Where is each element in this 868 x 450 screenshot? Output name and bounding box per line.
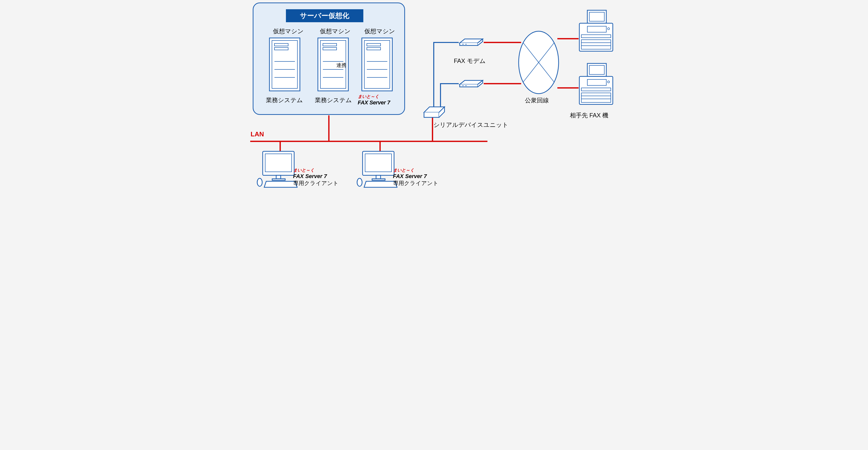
product-tag: まいと～く bbox=[393, 167, 448, 173]
vm-label-3: 仮想マシン bbox=[360, 27, 400, 35]
client-subtitle: 専用クライアント bbox=[393, 180, 448, 187]
fax-machine-icon bbox=[577, 9, 615, 54]
svg-rect-65 bbox=[376, 175, 380, 179]
diagram-canvas: サーバー仮想化 仮想マシン 仮想マシン 仮想マシン 連携 業務システム 業務シス… bbox=[245, 0, 623, 196]
product-name: FAX Server 7 bbox=[293, 173, 348, 180]
link-label: 連携 bbox=[336, 62, 346, 69]
client-subtitle: 専用クライアント bbox=[293, 180, 348, 187]
serial-device-icon bbox=[423, 105, 445, 119]
vm-label-1: 仮想マシン bbox=[269, 27, 308, 35]
svg-rect-61 bbox=[272, 179, 285, 180]
server-icon bbox=[361, 37, 393, 92]
fax-modem-icon bbox=[459, 79, 484, 86]
virtualization-title: サーバー仮想化 bbox=[286, 9, 363, 22]
svg-rect-66 bbox=[372, 179, 385, 180]
serial-device-label: シリアルデバイスユニット bbox=[434, 121, 508, 129]
svg-rect-51 bbox=[579, 77, 613, 104]
product-name: FAX Server 7 bbox=[358, 99, 403, 106]
fax-modem-icon bbox=[459, 37, 484, 45]
virtualization-box: サーバー仮想化 仮想マシン 仮想マシン 仮想マシン 連携 業務システム 業務シス… bbox=[253, 2, 405, 115]
svg-point-67 bbox=[357, 178, 362, 186]
server-icon bbox=[269, 37, 301, 92]
vm-label-2: 仮想マシン bbox=[315, 27, 355, 35]
product-tag: まいと～く bbox=[293, 167, 348, 173]
client-product-label-1: まいと～く FAX Server 7 専用クライアント bbox=[293, 167, 348, 187]
public-line-ellipse bbox=[518, 30, 560, 87]
svg-rect-42 bbox=[579, 23, 613, 51]
client-product-label-2: まいと～く FAX Server 7 専用クライアント bbox=[393, 167, 448, 187]
vm-caption-2: 業務システム bbox=[311, 96, 356, 104]
product-tag: まいと～く bbox=[358, 94, 403, 99]
product-name: FAX Server 7 bbox=[393, 173, 448, 180]
fax-modem-label: FAX モデム bbox=[454, 57, 486, 65]
public-line-label: 公衆回線 bbox=[525, 96, 549, 104]
lan-label: LAN bbox=[251, 130, 264, 138]
fax-machine-icon bbox=[577, 62, 615, 107]
svg-point-62 bbox=[257, 178, 262, 186]
svg-rect-60 bbox=[276, 175, 281, 179]
vm-caption-1: 業務システム bbox=[262, 96, 307, 104]
remote-fax-label: 相手先 FAX 機 bbox=[570, 111, 609, 119]
faxserver-product-label: まいと～く FAX Server 7 bbox=[358, 94, 403, 106]
client-pc-icon bbox=[255, 149, 295, 190]
client-pc-icon bbox=[355, 149, 395, 190]
